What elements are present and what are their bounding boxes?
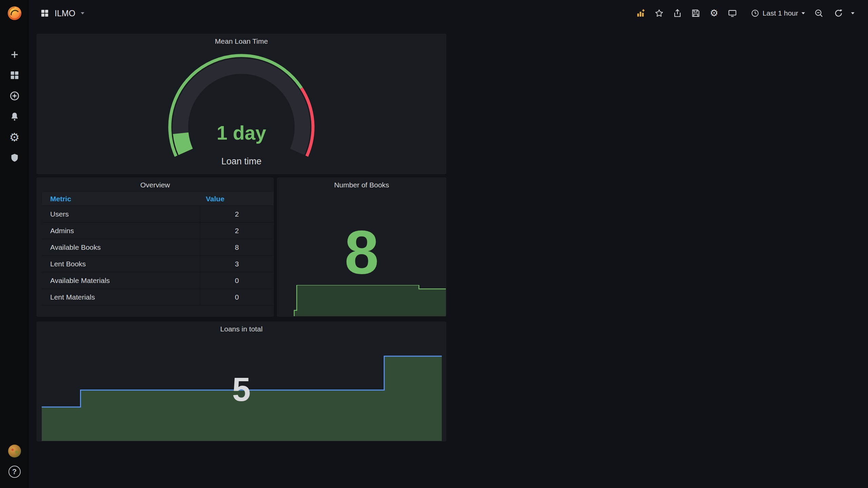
refresh-interval-button[interactable] bbox=[848, 5, 858, 21]
navbar: ILMO bbox=[29, 0, 868, 26]
dashboard-title-button[interactable]: ILMO bbox=[40, 8, 84, 18]
sidebar-item-explore[interactable] bbox=[0, 85, 29, 106]
sidebar-item-help[interactable]: ? bbox=[0, 461, 29, 482]
zoom-out-button[interactable] bbox=[811, 5, 827, 21]
value-cell: 0 bbox=[200, 272, 273, 288]
share-button[interactable] bbox=[670, 5, 685, 21]
metric-cell: Lent Materials bbox=[42, 289, 200, 305]
value-cell: 3 bbox=[200, 256, 273, 272]
plus-icon bbox=[9, 49, 20, 60]
table-row: Lent Books3 bbox=[42, 256, 273, 272]
bell-icon bbox=[9, 111, 20, 122]
caret-down-icon bbox=[851, 12, 854, 15]
metric-cell: Admins bbox=[42, 223, 200, 239]
favorite-button[interactable] bbox=[651, 5, 667, 21]
grid-icon bbox=[9, 70, 20, 80]
refresh-icon bbox=[834, 9, 843, 18]
apps-grid-icon bbox=[40, 9, 49, 18]
metric-cell: Available Books bbox=[42, 239, 200, 255]
value-cell: 0 bbox=[200, 289, 273, 305]
panel-title[interactable]: Number of Books bbox=[277, 178, 446, 192]
panel-mean-loan-time: Mean Loan Time 1 day Loan time bbox=[37, 34, 446, 174]
grafana-logo[interactable] bbox=[0, 0, 29, 26]
refresh-button[interactable] bbox=[829, 5, 845, 21]
sidebar-bottom: ? bbox=[0, 441, 29, 488]
table-row: Lent Materials0 bbox=[42, 289, 273, 306]
sidebar-item-server-admin[interactable] bbox=[0, 147, 29, 168]
page-title: ILMO bbox=[55, 8, 75, 18]
magnifier-minus-icon bbox=[814, 9, 823, 18]
table-row: Admins2 bbox=[42, 223, 273, 239]
time-picker-button[interactable]: Last 1 hour bbox=[748, 5, 808, 21]
star-icon bbox=[655, 9, 664, 18]
caret-down-icon bbox=[802, 12, 805, 15]
table-row: Available Materials0 bbox=[42, 272, 273, 289]
panel-title[interactable]: Overview bbox=[37, 178, 273, 192]
books-sparkline[interactable] bbox=[277, 285, 446, 316]
metric-cell: Lent Books bbox=[42, 256, 200, 272]
save-button[interactable] bbox=[688, 5, 704, 21]
avatar bbox=[7, 444, 22, 458]
gauge-chart[interactable]: 1 day bbox=[163, 51, 319, 165]
column-header-value[interactable]: Value bbox=[200, 192, 273, 205]
time-range-label: Last 1 hour bbox=[763, 9, 798, 17]
navbar-actions: ⚙ Last 1 hour bbox=[633, 5, 858, 21]
sidebar-item-user-profile[interactable] bbox=[0, 441, 29, 461]
add-panel-button[interactable] bbox=[633, 5, 649, 21]
caret-down-icon bbox=[81, 12, 84, 15]
compass-icon bbox=[9, 90, 20, 101]
gear-icon: ⚙ bbox=[710, 8, 718, 18]
shield-icon bbox=[9, 153, 20, 163]
panel-title[interactable]: Loans in total bbox=[37, 322, 446, 336]
value-cell: 8 bbox=[200, 239, 273, 255]
sparkline-area bbox=[277, 285, 446, 316]
gauge-arc bbox=[163, 51, 319, 165]
table-row: Available Books8 bbox=[42, 239, 273, 256]
dashboard-grid: Mean Loan Time 1 day Loan time Overview … bbox=[29, 26, 868, 488]
cycle-view-button[interactable] bbox=[725, 5, 740, 21]
loans-value: 5 bbox=[37, 373, 446, 406]
panel-loans-in-total: Loans in total 5 bbox=[37, 322, 446, 441]
table-row: Users2 bbox=[42, 206, 273, 223]
overview-table-head: Metric Value bbox=[42, 192, 273, 206]
sidebar-item-configuration[interactable]: ⚙ bbox=[0, 127, 29, 147]
panel-overview: Overview Metric Value Users2Admins2Avail… bbox=[37, 178, 274, 317]
panel-number-of-books: Number of Books 8 bbox=[277, 178, 446, 317]
dashboard-settings-button[interactable]: ⚙ bbox=[706, 5, 722, 21]
gear-icon: ⚙ bbox=[9, 131, 19, 143]
gauge-metric-label: Loan time bbox=[37, 156, 446, 167]
add-panel-icon bbox=[636, 9, 645, 18]
overview-table: Metric Value Users2Admins2Available Book… bbox=[37, 192, 273, 306]
column-header-metric[interactable]: Metric bbox=[42, 192, 200, 205]
metric-cell: Available Materials bbox=[42, 272, 200, 288]
panel-title[interactable]: Mean Loan Time bbox=[37, 34, 446, 48]
books-value: 8 bbox=[277, 221, 446, 283]
sidebar: ⚙ bbox=[0, 0, 29, 488]
sidebar-item-alerting[interactable] bbox=[0, 106, 29, 127]
value-cell: 2 bbox=[200, 206, 273, 222]
clock-icon bbox=[751, 9, 759, 17]
grafana-logo-icon bbox=[7, 5, 22, 21]
save-icon bbox=[691, 9, 700, 18]
gauge-value: 1 day bbox=[163, 122, 319, 144]
share-icon bbox=[673, 9, 682, 18]
overview-table-body: Users2Admins2Available Books8Lent Books3… bbox=[42, 206, 273, 306]
metric-cell: Users bbox=[42, 206, 200, 222]
sidebar-item-dashboards[interactable] bbox=[0, 65, 29, 85]
tv-icon bbox=[728, 9, 737, 18]
question-mark-icon: ? bbox=[8, 466, 21, 478]
sidebar-item-create[interactable] bbox=[0, 44, 29, 65]
sidebar-menu: ⚙ bbox=[0, 44, 29, 168]
value-cell: 2 bbox=[200, 223, 273, 239]
